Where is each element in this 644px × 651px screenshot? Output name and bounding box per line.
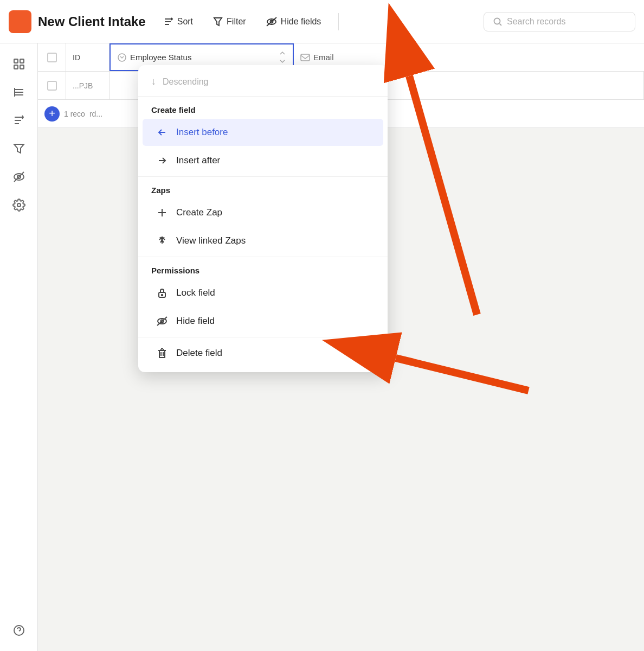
- sidebar-rows-icon[interactable]: [7, 80, 31, 104]
- sidebar-sort-icon[interactable]: [7, 108, 31, 132]
- svg-marker-20: [14, 144, 24, 153]
- divider-4: [138, 337, 388, 337]
- records-label: rd...: [89, 110, 102, 118]
- hide-field-label: Hide field: [176, 316, 215, 327]
- delete-field-item[interactable]: Delete field: [143, 340, 383, 367]
- select-all-checkbox[interactable]: [38, 43, 66, 71]
- filter-label: Filter: [227, 17, 246, 27]
- hide-fields-label: Hide fields: [281, 17, 321, 27]
- view-linked-zaps-icon: [156, 234, 169, 247]
- svg-rect-11: [14, 65, 18, 69]
- create-field-section-label: Create field: [138, 99, 388, 118]
- sidebar-help-icon[interactable]: [7, 618, 31, 642]
- sort-descending-label: Descending: [163, 77, 209, 87]
- svg-point-7: [494, 18, 500, 24]
- hide-fields-button[interactable]: Hide fields: [259, 13, 328, 30]
- create-zap-icon: [156, 206, 169, 219]
- sort-desc-icon: ↓: [151, 76, 156, 87]
- search-placeholder: Search records: [507, 17, 566, 27]
- search-icon: [493, 17, 503, 27]
- email-icon: [300, 54, 310, 61]
- hide-field-icon: [156, 315, 169, 328]
- svg-rect-12: [20, 65, 24, 69]
- hide-icon: [266, 16, 278, 27]
- sort-arrows: [279, 49, 286, 65]
- hide-field-item[interactable]: Hide field: [143, 308, 383, 335]
- page-title: New Client Intake: [38, 14, 146, 29]
- permissions-section-label: Permissions: [138, 259, 388, 278]
- divider-1: [138, 96, 388, 97]
- divider-3: [138, 257, 388, 257]
- lock-field-label: Lock field: [176, 288, 215, 298]
- sidebar: [0, 43, 38, 651]
- sidebar-filter-icon[interactable]: [7, 137, 31, 161]
- filter-button[interactable]: Filter: [206, 13, 253, 30]
- svg-point-24: [17, 203, 21, 207]
- lock-field-icon: [156, 286, 169, 299]
- zaps-section-label: Zaps: [138, 179, 388, 198]
- context-menu: ↓ Descending Create field Insert before …: [138, 65, 388, 372]
- create-zap-item[interactable]: Create Zap: [143, 199, 383, 226]
- view-linked-zaps-label: View linked Zaps: [176, 235, 246, 246]
- insert-before-label: Insert before: [176, 127, 228, 138]
- create-zap-label: Create Zap: [176, 207, 222, 218]
- sidebar-settings-icon[interactable]: [7, 193, 31, 217]
- lock-field-item[interactable]: Lock field: [143, 279, 383, 307]
- insert-after-icon: [156, 154, 169, 167]
- insert-after-label: Insert after: [176, 155, 220, 166]
- sidebar-hide-icon[interactable]: [7, 165, 31, 189]
- status-sort-icon: [117, 53, 127, 62]
- svg-rect-28: [301, 54, 310, 61]
- svg-rect-9: [14, 59, 18, 63]
- row-checkbox-box[interactable]: [47, 81, 57, 91]
- app-icon: [9, 10, 31, 33]
- insert-after-item[interactable]: Insert after: [143, 147, 383, 174]
- search-box[interactable]: Search records: [484, 12, 635, 31]
- id-column-header[interactable]: ID: [66, 43, 110, 71]
- row-checkbox[interactable]: [38, 72, 66, 99]
- row-id-cell: ...PJB: [66, 72, 110, 99]
- delete-field-label: Delete field: [176, 348, 222, 359]
- records-count: 1 reco: [64, 110, 85, 118]
- delete-field-icon: [156, 347, 169, 360]
- svg-line-8: [500, 23, 502, 25]
- filter-icon: [212, 16, 223, 27]
- svg-marker-3: [214, 18, 222, 25]
- header-checkbox[interactable]: [47, 53, 57, 62]
- sort-button[interactable]: Sort: [157, 13, 199, 30]
- divider-2: [138, 176, 388, 177]
- header-divider: [338, 13, 339, 30]
- sidebar-apps-icon[interactable]: [7, 52, 31, 76]
- sort-label: Sort: [177, 17, 193, 27]
- svg-point-36: [162, 295, 163, 296]
- header: New Client Intake Sort Filter Hide field…: [0, 0, 644, 43]
- view-linked-zaps-item[interactable]: View linked Zaps: [143, 227, 383, 254]
- add-row-icon[interactable]: +: [44, 106, 60, 122]
- insert-before-icon: [156, 126, 169, 139]
- insert-before-item[interactable]: Insert before: [143, 119, 383, 146]
- sort-icon: [163, 16, 174, 27]
- sort-descending-item[interactable]: ↓ Descending: [138, 69, 388, 94]
- svg-rect-10: [20, 59, 24, 63]
